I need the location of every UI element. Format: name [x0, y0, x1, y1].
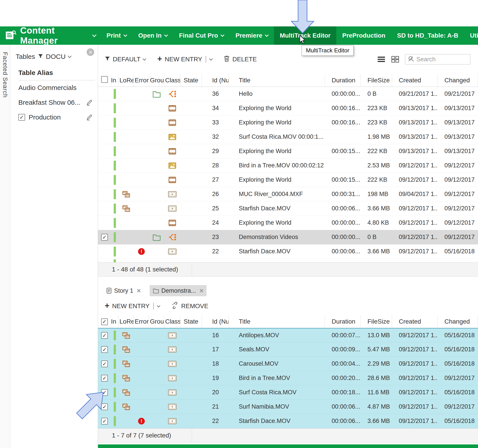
column-header-changed[interactable]: Changed: [438, 315, 478, 328]
app-menu-button[interactable]: Content Manager: [0, 26, 101, 45]
table-row-22[interactable]: !22Starfish Dace.MOV00:00:06....3.66 MB0…: [98, 414, 478, 428]
cell-select[interactable]: [98, 130, 111, 144]
table-row-16[interactable]: 16Antilopes.MOV00:00:07....13.0 MB09/12/…: [98, 328, 478, 342]
faceted-search-sidebar[interactable]: Faceted Search: [0, 45, 10, 448]
menu-item-print[interactable]: Print: [101, 26, 132, 45]
table-row-34[interactable]: 34Exploring the World00:00:16....223 KB0…: [98, 101, 478, 115]
row-checkbox[interactable]: [101, 332, 108, 339]
row-checkbox[interactable]: [101, 360, 108, 367]
menu-item-open-in[interactable]: Open In: [132, 26, 173, 45]
table-row-18[interactable]: 18Carousel.MOV00:00:04....2.29 MB09/12/2…: [98, 357, 478, 371]
cell-select[interactable]: [98, 216, 111, 230]
cell-select[interactable]: [98, 202, 111, 216]
column-header-duration[interactable]: Duration: [325, 315, 361, 328]
menu-item-final-cut-pro[interactable]: Final Cut Pro: [173, 26, 230, 45]
column-header-state[interactable]: State: [180, 74, 202, 87]
column-header-id-numb[interactable]: Id (Numb: [202, 74, 229, 87]
cell-select[interactable]: [98, 328, 111, 342]
cell-select[interactable]: [98, 158, 111, 173]
column-header-duration[interactable]: Duration: [325, 74, 361, 87]
table-row-20[interactable]: 20Surf Costa Rica.MOV00:00:18....11.6 MB…: [98, 385, 478, 400]
cell-select[interactable]: [98, 115, 111, 130]
column-header-class[interactable]: Class: [164, 74, 180, 87]
column-header-grou[interactable]: Grou: [149, 315, 164, 328]
table-row-32[interactable]: 32Surf Costa Rica.MOV 00:00:1...1.98 MB0…: [98, 130, 478, 144]
search-box[interactable]: [405, 54, 470, 64]
close-icon[interactable]: ×: [87, 48, 94, 56]
tables-filter-value[interactable]: DOCU: [46, 53, 66, 60]
table-row-25[interactable]: 25Starfish Dace.MOV00:00:06....3.66 MB09…: [98, 202, 478, 216]
table-row-29[interactable]: 29Exploring the World00:00:15....222 KB0…: [98, 144, 478, 158]
table-row-24[interactable]: 24Exploring the World00:00:00....4.80 KB…: [98, 216, 478, 230]
close-icon[interactable]: ×: [200, 287, 204, 294]
table-row-23[interactable]: 23Demonstration Videos00:00:00....0 B09/…: [98, 230, 478, 244]
table-row-22[interactable]: !22Starfish Dace.MOV00:00:06....3.66 MB0…: [98, 244, 478, 259]
cell-select[interactable]: [98, 342, 111, 357]
column-header-created[interactable]: Created: [392, 315, 438, 328]
table-row-26[interactable]: 26MUC River_00004.MXF00:00:31....198 MB0…: [98, 187, 478, 202]
grid-view-icon[interactable]: [391, 56, 399, 63]
table-row-17[interactable]: 17Seals.MOV00:00:09....5.47 MB09/12/2017…: [98, 342, 478, 357]
row-checkbox[interactable]: [101, 234, 108, 240]
row-checkbox[interactable]: [101, 375, 108, 382]
cell-error: [134, 342, 149, 357]
new-entry-button[interactable]: + NEW ENTRY: [105, 303, 160, 310]
cell-select[interactable]: [98, 244, 111, 259]
search-input[interactable]: [416, 56, 467, 63]
menu-item-sd-to-hd-table-a-b[interactable]: SD to HD_Table: A-B: [391, 26, 464, 45]
column-header-in[interactable]: In: [111, 315, 119, 328]
menu-item-premiere[interactable]: Premiere: [230, 26, 274, 45]
default-filter-button[interactable]: DEFAULT: [105, 56, 146, 63]
select-all-checkbox[interactable]: [101, 318, 108, 325]
chevron-down-icon[interactable]: [68, 54, 72, 58]
column-header-lore[interactable]: LoRe: [119, 315, 134, 328]
column-header-filesize[interactable]: FileSize: [361, 74, 392, 87]
select-all-checkbox[interactable]: [101, 76, 108, 83]
menu-item-preproduction[interactable]: PreProduction: [336, 26, 391, 45]
checkbox[interactable]: [18, 114, 25, 121]
filter-chip-story-1[interactable]: Story 1×: [103, 285, 144, 296]
column-header-lore[interactable]: LoRe: [119, 74, 134, 87]
edit-button[interactable]: [86, 99, 95, 106]
delete-button[interactable]: DELETE: [224, 55, 257, 63]
table-alias-item-production[interactable]: Production: [10, 110, 98, 125]
cell-select[interactable]: [98, 187, 111, 202]
new-entry-button[interactable]: + NEW ENTRY: [157, 56, 212, 63]
menu-item-utilities[interactable]: Utilities: [464, 26, 478, 45]
column-header-class[interactable]: Class: [164, 315, 180, 328]
row-checkbox[interactable]: [101, 346, 108, 353]
column-header-in[interactable]: In: [111, 74, 119, 87]
cell-select[interactable]: [98, 357, 111, 371]
cell-select[interactable]: [98, 371, 111, 385]
close-icon[interactable]: ×: [137, 287, 141, 294]
table-row-27[interactable]: 27Exploring the World00:00:15....222 KB0…: [98, 173, 478, 187]
table-row-19[interactable]: 19Bird in a Tree.MOV00:00:20....28.6 MB0…: [98, 371, 478, 385]
column-header-title[interactable]: Title: [229, 74, 325, 87]
column-header-error[interactable]: Error: [134, 315, 149, 328]
list-view-icon[interactable]: [377, 56, 385, 63]
table-row-36[interactable]: 36Hello00:00:00....0 B09/21/2017 1...09/…: [98, 87, 478, 101]
table-row-28[interactable]: 28Bird in a Tree.MOV 00:00:02:122.53 MB0…: [98, 158, 478, 173]
column-header-error[interactable]: Error: [134, 74, 149, 87]
table-alias-item-audio-commercials[interactable]: Audio Commercials: [10, 80, 98, 95]
filter-chip-demonstra[interactable]: Demonstra...×: [150, 285, 207, 296]
cell-select[interactable]: [98, 230, 111, 244]
cell-changed: 09/13/2017: [438, 144, 478, 158]
cell-select[interactable]: [98, 173, 111, 187]
cell-title: Exploring the World: [229, 216, 325, 230]
cell-select[interactable]: [98, 144, 111, 158]
column-header-created[interactable]: Created: [392, 74, 438, 87]
table-row-33[interactable]: 33Exploring the World00:00:16....223 KB0…: [98, 115, 478, 130]
remove-button[interactable]: REMOVE: [171, 302, 208, 311]
column-header-grou[interactable]: Grou: [149, 74, 164, 87]
column-header-changed[interactable]: Changed: [438, 74, 478, 87]
cell-select[interactable]: [98, 101, 111, 115]
table-row-21[interactable]: 21Surf Namibia.MOV00:00:06....4.87 MB09/…: [98, 400, 478, 414]
cell-select[interactable]: [98, 87, 111, 101]
column-header-state[interactable]: State: [180, 315, 202, 328]
table-alias-item-breakfast-show-06[interactable]: Breakfast Show 06...: [10, 95, 98, 110]
column-header-id-numb[interactable]: Id (Numb: [202, 315, 229, 328]
edit-button[interactable]: [86, 114, 95, 121]
column-header-filesize[interactable]: FileSize: [361, 315, 392, 328]
column-header-title[interactable]: Title: [229, 315, 325, 328]
